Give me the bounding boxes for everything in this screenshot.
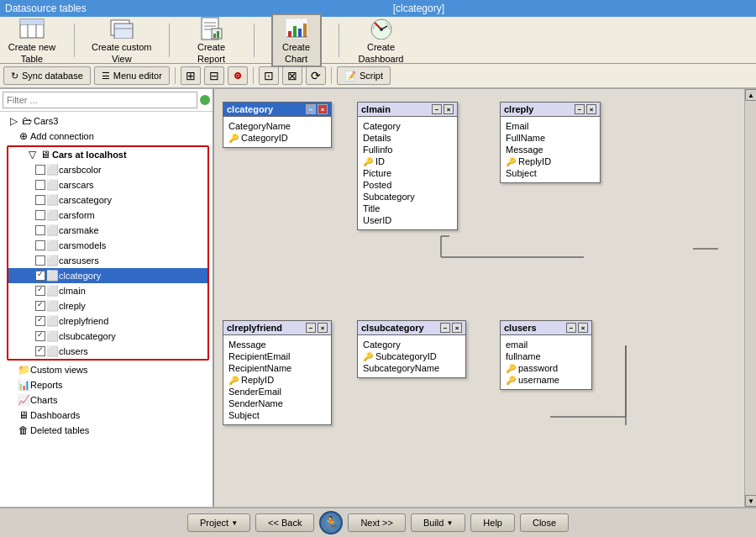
tree-item-clusers[interactable]: ⬜ clusers bbox=[8, 344, 207, 359]
list-item[interactable]: ⬜ carsbcolor bbox=[8, 162, 207, 177]
run-button[interactable]: 🏃 bbox=[319, 511, 343, 534]
table-clreplyfriend[interactable]: clreplyfriend − × Message RecipientEmail… bbox=[223, 320, 332, 425]
next-button[interactable]: Next >> bbox=[348, 513, 406, 532]
expand-icon: ▷ bbox=[7, 114, 20, 128]
menu-editor-button[interactable]: ☰ Menu editor bbox=[94, 66, 170, 85]
list-item[interactable]: ⬜ carsmake bbox=[8, 223, 207, 238]
checkbox[interactable] bbox=[35, 316, 45, 326]
close-clcategory[interactable]: × bbox=[318, 104, 328, 114]
checkbox[interactable] bbox=[35, 240, 45, 250]
scroll-up-button[interactable]: ▲ bbox=[745, 89, 756, 101]
report-icon bbox=[198, 17, 225, 40]
minimize-clmain[interactable]: − bbox=[432, 104, 442, 114]
minimize-clsubcategory[interactable]: − bbox=[440, 323, 450, 333]
scroll-down-button[interactable]: ▼ bbox=[745, 495, 756, 507]
create-table-button[interactable]: Create new Table bbox=[7, 17, 57, 64]
table-icon: ⬜ bbox=[45, 299, 59, 313]
back-button[interactable]: << Back bbox=[255, 513, 314, 532]
minimize-clreplyfriend[interactable]: − bbox=[306, 323, 316, 333]
tree-group-header[interactable]: ▽ 🖥 Cars at localhost bbox=[8, 147, 207, 162]
vertical-scrollbar[interactable]: ▲ ▼ bbox=[744, 89, 756, 507]
key-icon: 🔑 bbox=[506, 157, 516, 166]
table-icon: ⬜ bbox=[45, 208, 59, 222]
checkbox[interactable] bbox=[35, 286, 45, 296]
tree-item-clreply[interactable]: ⬜ clreply bbox=[8, 298, 207, 313]
tree-dashboards[interactable]: 🖥 Dashboards bbox=[0, 408, 213, 423]
list-item[interactable]: ⬜ carsform bbox=[8, 208, 207, 223]
close-clreply[interactable]: × bbox=[586, 104, 596, 114]
zoom-out-button[interactable]: ⊠ bbox=[282, 66, 302, 85]
table-body-clusers: email fullname 🔑password 🔑username bbox=[501, 335, 591, 389]
checkbox[interactable] bbox=[35, 301, 45, 311]
checkbox[interactable] bbox=[35, 225, 45, 235]
table-clusers[interactable]: clusers − × email fullname 🔑password 🔑us… bbox=[500, 320, 592, 390]
close-clusers[interactable]: × bbox=[578, 323, 588, 333]
tree-root-label: Cars3 bbox=[34, 116, 58, 126]
close-button[interactable]: Close bbox=[520, 513, 569, 532]
close-clsubcategory[interactable]: × bbox=[452, 323, 462, 333]
tree-item-clmain[interactable]: ⬜ clmain bbox=[8, 283, 207, 298]
checkbox[interactable] bbox=[35, 271, 45, 281]
list-item[interactable]: ⬜ carsusers bbox=[8, 253, 207, 268]
create-view-button[interactable]: Create custom View bbox=[92, 17, 152, 64]
sync-database-button[interactable]: ↻ Sync database bbox=[3, 66, 91, 85]
field-row: Subject bbox=[227, 409, 328, 421]
build-dropdown-arrow: ▼ bbox=[446, 519, 453, 527]
table-clsubcategory[interactable]: clsubcategory − × Category 🔑SubcategoryI… bbox=[357, 320, 466, 378]
close-clmain[interactable]: × bbox=[444, 104, 454, 114]
checkbox[interactable] bbox=[35, 210, 45, 220]
create-chart-button[interactable]: Create Chart bbox=[271, 13, 322, 67]
checkbox[interactable] bbox=[35, 195, 45, 205]
field-row: FullName bbox=[504, 132, 596, 144]
field-row: Category bbox=[361, 120, 454, 132]
title-center: [clcategory] bbox=[393, 3, 444, 14]
list-item[interactable]: ⬜ carscars bbox=[8, 177, 207, 192]
minimize-clcategory[interactable]: − bbox=[306, 104, 316, 114]
table-clreply[interactable]: clreply − × Email FullName Message 🔑Repl… bbox=[500, 102, 601, 183]
list-item[interactable]: ⬜ carsmodels bbox=[8, 238, 207, 253]
svg-point-22 bbox=[380, 28, 383, 31]
svg-rect-18 bbox=[298, 29, 302, 37]
checkbox[interactable] bbox=[35, 331, 45, 341]
toolbar-sep-2 bbox=[169, 24, 170, 57]
tree-item-clcategory[interactable]: ⬜ clcategory bbox=[8, 268, 207, 283]
create-dashboard-button[interactable]: Create Dashboard bbox=[356, 17, 407, 64]
secondary-toolbar: ↻ Sync database ☰ Menu editor ⊞ ⊟ ⊡ ⊠ ⟳ … bbox=[0, 64, 756, 89]
diagram-area[interactable]: clcategory − × CategoryName 🔑 CategoryID bbox=[214, 89, 756, 507]
tree-deleted-tables[interactable]: 🗑 Deleted tables bbox=[0, 423, 213, 438]
create-report-button[interactable]: Create Report bbox=[186, 17, 237, 64]
refresh-button[interactable]: ⟳ bbox=[306, 66, 326, 85]
tree-charts[interactable]: 📈 Charts bbox=[0, 392, 213, 408]
tree-item-clsubcategory[interactable]: ⬜ clsubcategory bbox=[8, 329, 207, 344]
tree-reports[interactable]: 📊 Reports bbox=[0, 377, 213, 392]
tree-root[interactable]: ▷ 🗁 Cars3 bbox=[0, 113, 213, 129]
checkbox[interactable] bbox=[35, 346, 45, 356]
checkbox[interactable] bbox=[35, 165, 45, 175]
settings-button[interactable] bbox=[228, 66, 248, 85]
checkbox[interactable] bbox=[35, 255, 45, 266]
list-item[interactable]: ⬜ carscategory bbox=[8, 192, 207, 208]
tree-custom-views[interactable]: 📁 Custom views bbox=[0, 362, 213, 377]
checkbox[interactable] bbox=[35, 180, 45, 190]
title-bar: Datasource tables [clcategory] bbox=[0, 0, 756, 17]
help-button[interactable]: Help bbox=[470, 513, 515, 532]
create-report-line1: Create bbox=[197, 42, 225, 52]
minimize-clusers[interactable]: − bbox=[566, 323, 576, 333]
field-row: RecipientEmail bbox=[227, 350, 328, 362]
grid-view-button[interactable]: ⊞ bbox=[181, 66, 201, 85]
table-clcategory[interactable]: clcategory − × CategoryName 🔑 CategoryID bbox=[223, 102, 332, 148]
filter-input[interactable] bbox=[3, 92, 197, 108]
tree-item-clreplyfriend[interactable]: ⬜ clreplyfriend bbox=[8, 313, 207, 329]
zoom-in-button[interactable]: ⊡ bbox=[259, 66, 279, 85]
table-header-clsubcategory: clsubcategory − × bbox=[358, 321, 465, 335]
tree-add-connection[interactable]: ⊕ Add connection bbox=[0, 129, 213, 144]
project-button[interactable]: Project ▼ bbox=[187, 513, 250, 532]
script-button[interactable]: 📝 Script bbox=[337, 66, 391, 85]
close-clreplyfriend[interactable]: × bbox=[318, 323, 328, 333]
key-icon: 🔑 bbox=[506, 364, 516, 373]
minimize-clreply[interactable]: − bbox=[575, 104, 585, 114]
table-body-clmain: Category Details Fullinfo 🔑ID Picture Po… bbox=[358, 117, 457, 229]
build-button[interactable]: Build ▼ bbox=[411, 513, 465, 532]
table-clmain[interactable]: clmain − × Category Details Fullinfo 🔑ID… bbox=[357, 102, 458, 230]
list-view-button[interactable]: ⊟ bbox=[204, 66, 224, 85]
